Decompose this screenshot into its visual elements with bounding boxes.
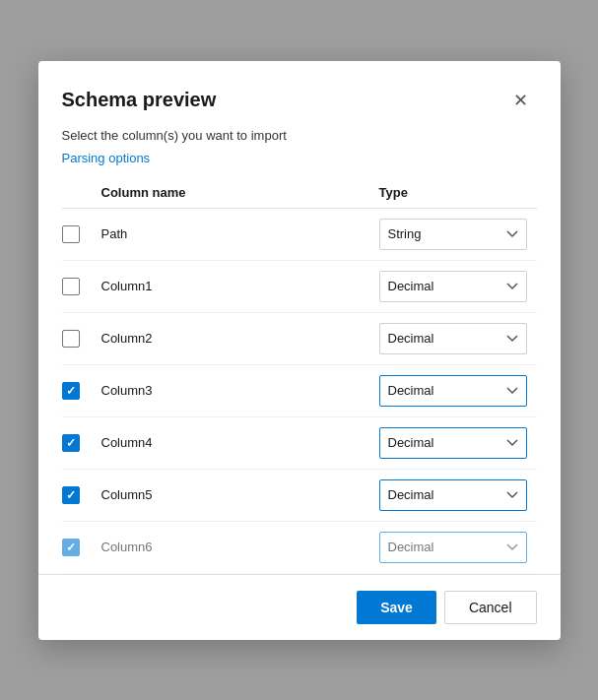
cancel-button[interactable]: Cancel <box>444 591 537 624</box>
row-checkbox[interactable] <box>62 486 80 504</box>
type-select[interactable]: StringDecimalIntegerBooleanDateDateTime <box>379 323 527 354</box>
row-checkbox[interactable] <box>62 539 80 556</box>
table-row: Column3StringDecimalIntegerBooleanDateDa… <box>62 365 537 417</box>
schema-preview-dialog: Schema preview ✕ Select the column(s) yo… <box>38 61 561 640</box>
row-checkbox[interactable] <box>62 382 80 400</box>
columns-table: Column name Type PathStringDecimalIntege… <box>38 177 561 574</box>
row-column-name: Column5 <box>101 487 379 502</box>
row-checkbox[interactable] <box>62 330 80 348</box>
table-header-row: Column name Type <box>62 177 537 209</box>
table-row: Column6StringDecimalIntegerBooleanDateDa… <box>62 522 537 574</box>
table-row: Column2StringDecimalIntegerBooleanDateDa… <box>62 313 537 365</box>
row-checkbox[interactable] <box>62 434 80 452</box>
table-row: Column1StringDecimalIntegerBooleanDateDa… <box>62 261 537 313</box>
save-button[interactable]: Save <box>357 591 436 624</box>
table-row: Column4StringDecimalIntegerBooleanDateDa… <box>62 417 537 470</box>
table-row: Column5StringDecimalIntegerBooleanDateDa… <box>62 470 537 522</box>
type-select[interactable]: StringDecimalIntegerBooleanDateDateTime <box>379 532 527 563</box>
table-row: PathStringDecimalIntegerBooleanDateDateT… <box>62 209 537 261</box>
row-column-name: Column6 <box>101 540 379 554</box>
row-column-name: Column4 <box>101 435 379 450</box>
row-column-name: Column3 <box>101 383 379 398</box>
row-checkbox[interactable] <box>62 225 80 243</box>
dialog-footer: Save Cancel <box>38 574 561 640</box>
dialog-subtitle: Select the column(s) you want to import <box>38 128 561 151</box>
close-button[interactable]: ✕ <box>505 85 537 116</box>
type-select[interactable]: StringDecimalIntegerBooleanDateDateTime <box>379 479 527 511</box>
row-column-name: Column1 <box>101 279 379 293</box>
dialog-title: Schema preview <box>62 89 217 111</box>
row-column-name: Path <box>101 226 379 241</box>
row-checkbox[interactable] <box>62 278 80 295</box>
parsing-options-link[interactable]: Parsing options <box>38 151 561 177</box>
type-header: Type <box>379 185 537 200</box>
type-select[interactable]: StringDecimalIntegerBooleanDateDateTime <box>379 375 527 407</box>
column-name-header: Column name <box>101 185 379 200</box>
row-column-name: Column2 <box>101 331 379 346</box>
type-select[interactable]: StringDecimalIntegerBooleanDateDateTime <box>379 427 527 459</box>
type-select[interactable]: StringDecimalIntegerBooleanDateDateTime <box>379 271 527 302</box>
dialog-header: Schema preview ✕ <box>38 61 561 128</box>
type-select[interactable]: StringDecimalIntegerBooleanDateDateTime <box>379 219 527 250</box>
